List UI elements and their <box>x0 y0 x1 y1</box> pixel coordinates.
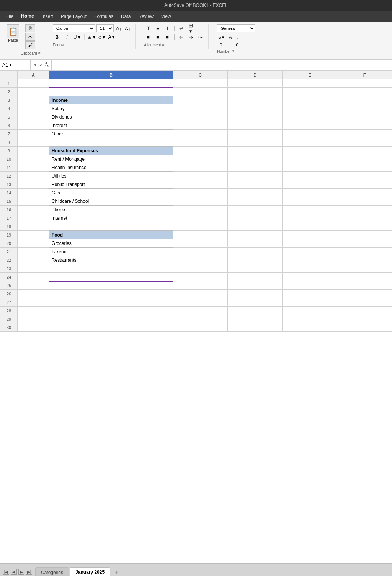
cell-e7[interactable] <box>283 130 337 138</box>
cell-a29[interactable] <box>18 315 49 323</box>
cell-f5[interactable] <box>337 113 392 121</box>
cell-f14[interactable] <box>337 189 392 197</box>
cell-b28[interactable] <box>49 307 173 315</box>
cell-f25[interactable] <box>337 281 392 290</box>
italic-button[interactable]: I <box>63 33 71 41</box>
row-num-8[interactable]: 8 <box>0 138 18 147</box>
cell-d1[interactable] <box>228 79 283 88</box>
cell-f4[interactable] <box>337 104 392 113</box>
align-left-button[interactable]: ≡ <box>144 33 152 41</box>
cell-c29[interactable] <box>173 315 228 323</box>
cell-d13[interactable] <box>228 180 283 189</box>
cell-e28[interactable] <box>283 307 337 315</box>
menu-insert[interactable]: Insert <box>39 13 56 20</box>
cell-e4[interactable] <box>283 104 337 113</box>
cell-f3[interactable] <box>337 96 392 104</box>
cell-c8[interactable] <box>173 138 228 147</box>
budget-header-cell[interactable]: Food <box>49 231 173 239</box>
cell-d16[interactable] <box>228 206 283 214</box>
merge-center-button[interactable]: ⊞ ▾ <box>186 24 195 32</box>
cell-e23[interactable] <box>283 264 337 273</box>
cell-c24[interactable] <box>173 273 228 281</box>
row-num-27[interactable]: 27 <box>0 298 18 307</box>
cell-c18[interactable] <box>173 222 228 231</box>
menu-page-layout[interactable]: Page Layout <box>58 13 90 20</box>
cell-c6[interactable] <box>173 121 228 130</box>
comma-button[interactable]: , <box>235 33 239 41</box>
cell-b26[interactable] <box>49 290 173 298</box>
cell-e11[interactable] <box>283 163 337 172</box>
row-num-14[interactable]: 14 <box>0 189 18 197</box>
cell-f17[interactable] <box>337 214 392 222</box>
row-num-6[interactable]: 6 <box>0 121 18 130</box>
cell-a25[interactable] <box>18 281 49 290</box>
row-num-15[interactable]: 15 <box>0 197 18 206</box>
cell-d7[interactable] <box>228 130 283 138</box>
cell-f19[interactable] <box>337 231 392 239</box>
row-num-29[interactable]: 29 <box>0 315 18 323</box>
cell-e17[interactable] <box>283 214 337 222</box>
cell-d24[interactable] <box>228 273 283 281</box>
decrease-font-icon[interactable]: A↓ <box>124 26 131 31</box>
col-header-e[interactable]: E <box>283 71 337 79</box>
cell-d21[interactable] <box>228 248 283 256</box>
cell-e6[interactable] <box>283 121 337 130</box>
cell-e20[interactable] <box>283 239 337 248</box>
cell-a17[interactable] <box>18 214 49 222</box>
cell-c19[interactable] <box>173 231 228 239</box>
col-header-b[interactable]: B <box>49 71 173 79</box>
cell-d2[interactable] <box>228 88 283 96</box>
cell-f9[interactable] <box>337 147 392 155</box>
cell-f24[interactable] <box>337 273 392 281</box>
row-num-30[interactable]: 30 <box>0 323 18 332</box>
cut-button[interactable]: ✂ <box>25 33 35 41</box>
insert-function-icon[interactable]: fx <box>45 62 49 68</box>
cell-d26[interactable] <box>228 290 283 298</box>
cell-e14[interactable] <box>283 189 337 197</box>
cell-c28[interactable] <box>173 307 228 315</box>
row-num-2[interactable]: 2 <box>0 88 18 96</box>
cell-f18[interactable] <box>337 222 392 231</box>
cell-a9[interactable] <box>18 147 49 155</box>
cell-d27[interactable] <box>228 298 283 307</box>
row-num-23[interactable]: 23 <box>0 264 18 273</box>
cell-f16[interactable] <box>337 206 392 214</box>
cell-b23[interactable] <box>49 264 173 273</box>
cell-ref-dropdown-icon[interactable]: ▾ <box>10 63 11 67</box>
increase-indent-button[interactable]: ⇒ <box>186 33 195 41</box>
cell-e16[interactable] <box>283 206 337 214</box>
cell-c7[interactable] <box>173 130 228 138</box>
cell-a1[interactable] <box>18 79 49 88</box>
menu-file[interactable]: File <box>3 13 16 20</box>
sheet-tab-january-2025[interactable]: January 2025 <box>70 567 110 576</box>
cell-a13[interactable] <box>18 180 49 189</box>
cell-e10[interactable] <box>283 155 337 163</box>
cell-d6[interactable] <box>228 121 283 130</box>
cell-d18[interactable] <box>228 222 283 231</box>
row-num-28[interactable]: 28 <box>0 307 18 315</box>
cell-a19[interactable] <box>18 231 49 239</box>
cell-a30[interactable] <box>18 323 49 332</box>
cell-c16[interactable] <box>173 206 228 214</box>
font-family-select[interactable]: Calibri Arial Times New Roman <box>53 24 95 32</box>
cell-e19[interactable] <box>283 231 337 239</box>
cell-a27[interactable] <box>18 298 49 307</box>
cell-d30[interactable] <box>228 323 283 332</box>
budget-item-cell[interactable]: Salary <box>49 104 173 113</box>
increase-decimal-button[interactable]: ←.0 <box>229 41 240 49</box>
cell-a4[interactable] <box>18 104 49 113</box>
cell-d10[interactable] <box>228 155 283 163</box>
cell-e2[interactable] <box>283 88 337 96</box>
cell-f11[interactable] <box>337 163 392 172</box>
paste-button[interactable]: 📋 Paste <box>7 24 19 42</box>
font-expand-icon[interactable]: ⧉ <box>61 43 64 47</box>
cell-a16[interactable] <box>18 206 49 214</box>
align-center-button[interactable]: ≡ <box>154 33 162 41</box>
clipboard-expand-icon[interactable]: ⧉ <box>38 51 40 55</box>
menu-data[interactable]: Data <box>118 13 134 20</box>
cell-b29[interactable] <box>49 315 173 323</box>
cell-c20[interactable] <box>173 239 228 248</box>
cell-a24[interactable] <box>18 273 49 281</box>
row-num-25[interactable]: 25 <box>0 281 18 290</box>
add-sheet-button[interactable]: + <box>113 569 121 576</box>
